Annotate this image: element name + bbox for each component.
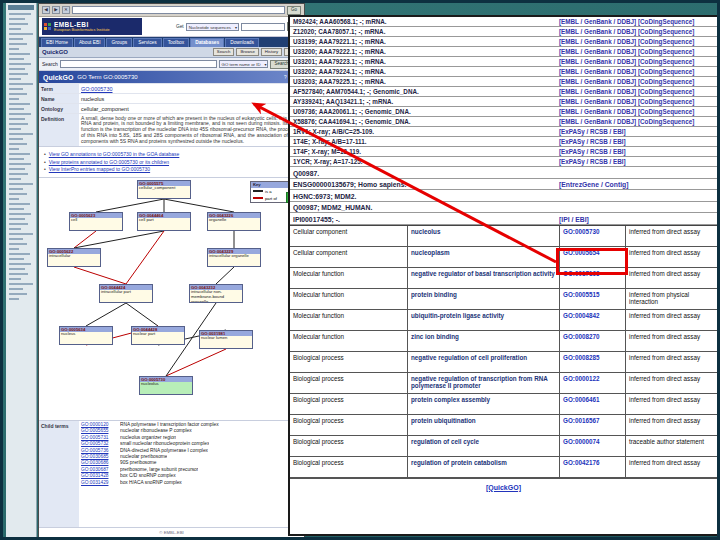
tab-toolbox[interactable]: Toolbox	[163, 38, 190, 47]
go-id-link[interactable]: GO:0006461	[560, 394, 626, 414]
tab-downloads[interactable]: Downloads	[225, 38, 259, 47]
tab-groups[interactable]: Groups	[106, 38, 132, 47]
graph-node-go-0005634[interactable]: GO:0005634nucleus	[59, 326, 113, 345]
quickgo-footer-link[interactable]: [QuickGO]	[486, 484, 521, 491]
go-term-link[interactable]: protein binding	[408, 289, 560, 309]
xref-links[interactable]	[557, 202, 717, 213]
stop-icon[interactable]: ✕	[62, 6, 70, 14]
go-id-link[interactable]: GO:0042176	[560, 457, 626, 477]
xref-links[interactable]: [ExPASy / RCSB / EBI]	[557, 137, 717, 146]
term-info-value[interactable]: GO:0005730	[79, 84, 304, 93]
go-id-link[interactable]: GO:0008285	[560, 352, 626, 372]
xref-links[interactable]: [EMBL / GenBank / DDBJ] [CoDingSequence]	[557, 77, 717, 86]
xref-links[interactable]: [EMBL / GenBank / DDBJ] [CoDingSequence]	[557, 87, 717, 96]
go-id-link[interactable]: GO:0005515	[560, 289, 626, 309]
graph-node-go-0005622[interactable]: GO:0005622intracellular	[47, 248, 101, 267]
term-info-row: Ontologycellular_component	[39, 103, 304, 113]
sidebar-line	[9, 253, 30, 255]
xref-links[interactable]: [IPI / EBI]	[557, 213, 717, 224]
tab-services[interactable]: Services	[133, 38, 161, 47]
xref-links[interactable]: [EMBL / GenBank / DDBJ] [CoDingSequence]	[557, 27, 717, 36]
tab-databases[interactable]: Databases	[190, 38, 224, 47]
xref-links[interactable]: [ExPASy / RCSB / EBI]	[557, 147, 717, 156]
xref-links[interactable]: [EntrezGene / Contig]	[557, 179, 717, 190]
go-term-link[interactable]: protein ubiquitination	[408, 415, 560, 435]
xref-links[interactable]: [EMBL / GenBank / DDBJ] [CoDingSequence]	[557, 57, 717, 66]
go-term-link[interactable]: regulation of protein catabolism	[408, 457, 560, 477]
xref-links[interactable]: [EMBL / GenBank / DDBJ] [CoDingSequence]	[557, 107, 717, 116]
go-id-link[interactable]: GO:0000074	[560, 436, 626, 456]
go-term-link[interactable]: regulation of cell cycle	[408, 436, 560, 456]
term-info-rows: TermGO:0005730NamenucleolusOntologycellu…	[39, 83, 304, 113]
go-evidence: inferred from direct assay	[626, 268, 717, 288]
graph-node-go-0044464[interactable]: GO:0044464cell part	[137, 212, 191, 231]
term-link-row: •View GO annotations to GO:0005730 in th…	[44, 151, 299, 157]
tab-about-ebi[interactable]: About EBI	[74, 38, 106, 47]
quickgo-button-browse[interactable]: Browse	[236, 48, 258, 56]
go-aspect-text: Biological process	[293, 396, 355, 403]
xref-links[interactable]: [EMBL / GenBank / DDBJ] [CoDingSequence]	[557, 97, 717, 106]
address-input[interactable]	[72, 6, 285, 14]
sidebar-line	[9, 248, 19, 250]
xref-links[interactable]	[557, 167, 717, 178]
child-term-id[interactable]: GO:0031429	[81, 480, 117, 486]
go-term-link[interactable]: zinc ion binding	[408, 331, 560, 351]
term-link-row: •View proteins annotated to GO:0005730 o…	[44, 159, 299, 165]
xref-links[interactable]: [EMBL / GenBank / DDBJ] [CoDingSequence]	[557, 17, 717, 26]
xref-links[interactable]: [EMBL / GenBank / DDBJ] [CoDingSequence]	[557, 47, 717, 56]
search-scope-select[interactable]: GO term name or ID	[219, 60, 269, 68]
go-id-link[interactable]: GO:0016567	[560, 415, 626, 435]
go-term-link[interactable]: ubiquitin-protein ligase activity	[408, 310, 560, 330]
xref-links[interactable]: [ExPASy / RCSB / EBI]	[557, 157, 717, 166]
address-go-button[interactable]: Go	[287, 6, 301, 15]
go-term-link[interactable]: negative regulation of cell proliferatio…	[408, 352, 560, 372]
sidebar-line	[9, 293, 27, 295]
definition-text: A small, dense body one or more of which…	[79, 114, 304, 146]
graph-node-go-0005623[interactable]: GO:0005623cell	[69, 212, 123, 231]
go-row: Molecular functionzinc ion bindingGO:000…	[290, 331, 717, 352]
graph-node-go-0043232[interactable]: GO:0043232intracellular non-membrane-bou…	[189, 284, 243, 303]
quickgo-button-history[interactable]: History	[261, 48, 282, 56]
go-term-link[interactable]: nucleoplasm	[408, 247, 560, 267]
go-term-link[interactable]: nucleolus	[408, 226, 560, 246]
go-search-input[interactable]	[60, 60, 217, 68]
term-link[interactable]: View proteins annotated to GO:0005730 or…	[49, 159, 169, 165]
go-term-link[interactable]: negative regulator of basal transcriptio…	[408, 268, 560, 288]
quickgo-button-search[interactable]: Search	[213, 48, 235, 56]
back-icon[interactable]: ◀	[42, 6, 50, 14]
xref-row: Q00987.	[290, 167, 717, 179]
xref-links[interactable]: [EMBL / GenBank / DDBJ] [CoDingSequence]	[557, 117, 717, 126]
go-term-link[interactable]: negative regulation of transcription fro…	[408, 373, 560, 393]
graph-node-go-0044424[interactable]: GO:0044424intracellular part	[99, 284, 153, 303]
logo-grid-icon	[44, 23, 51, 30]
go-id-link[interactable]: GO:0005730	[560, 226, 626, 246]
term-link[interactable]: View InterPro entries mapped to GO:00057…	[49, 166, 150, 172]
graph-node-go-0031981[interactable]: GO:0031981nuclear lumen	[199, 330, 253, 349]
go-id-link[interactable]: GO:0008270	[560, 331, 626, 351]
graph-node-go-0005575[interactable]: GO:0005575cellular_component	[137, 180, 191, 199]
go-aspect-text: Biological process	[293, 354, 355, 361]
tab-ebi-home[interactable]: EBI Home	[41, 38, 73, 47]
legend-line-swatch	[253, 190, 263, 192]
term-link[interactable]: View GO annotations to GO:0005730 in the…	[49, 151, 180, 157]
graph-node-name: intracellular part	[100, 290, 152, 295]
graph-node-go-0044428[interactable]: GO:0044428nuclear part	[131, 326, 185, 345]
xref-links[interactable]: [ExPASy / RCSB / EBI]	[557, 127, 717, 136]
xref-links[interactable]: [EMBL / GenBank / DDBJ] [CoDingSequence]	[557, 67, 717, 76]
graph-node-go-0043229[interactable]: GO:0043229intracellular organelle	[207, 248, 261, 267]
xref-links[interactable]	[557, 190, 717, 201]
go-term-link[interactable]: protein complex assembly	[408, 394, 560, 414]
go-id-link[interactable]: GO:0004842	[560, 310, 626, 330]
go-evidence: inferred from direct assay	[626, 394, 717, 414]
go-graph: Key is apart of GO:0005575cellular_compo…	[39, 178, 304, 421]
graph-node-go-0043226[interactable]: GO:0043226organelle	[207, 212, 261, 231]
sidebar-line	[9, 43, 27, 45]
header-search-input[interactable]	[241, 23, 285, 31]
go-row: Biological processregulation of protein …	[290, 457, 717, 478]
get-select[interactable]: Nucleotide sequences	[186, 23, 239, 31]
forward-icon[interactable]: ▶	[52, 6, 60, 14]
embl-ebi-logo[interactable]: EMBL-EBI European Bioinformatics Institu…	[42, 18, 142, 35]
xref-links[interactable]: [EMBL / GenBank / DDBJ] [CoDingSequence]	[557, 37, 717, 46]
graph-node-go-0005730[interactable]: GO:0005730nucleolus	[139, 376, 193, 395]
go-id-link[interactable]: GO:0000122	[560, 373, 626, 393]
